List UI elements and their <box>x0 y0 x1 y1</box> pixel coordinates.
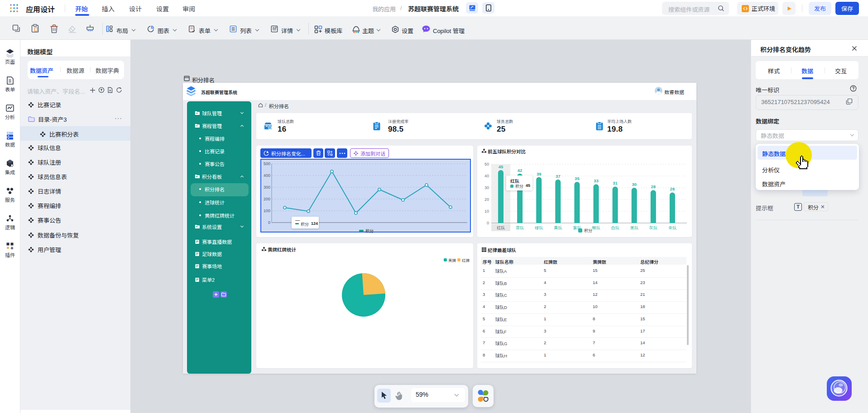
svg-text:30: 30 <box>632 182 637 187</box>
svg-text:26: 26 <box>670 186 675 191</box>
svg-text:0: 0 <box>487 221 489 225</box>
svg-text:10: 10 <box>484 209 489 214</box>
svg-text:30: 30 <box>484 185 489 190</box>
svg-text:黄队: 黄队 <box>554 226 562 230</box>
svg-text:金队: 金队 <box>668 226 677 230</box>
svg-text:50: 50 <box>484 162 489 166</box>
svg-text:0: 0 <box>268 220 270 225</box>
svg-text:橙队: 橙队 <box>592 226 600 230</box>
svg-text:500: 500 <box>264 161 270 166</box>
svg-text:蓝队: 蓝队 <box>516 226 524 230</box>
svg-text:33: 33 <box>594 178 599 183</box>
svg-text:绿队: 绿队 <box>535 226 543 230</box>
svg-text:400: 400 <box>264 173 270 178</box>
svg-text:灰队: 灰队 <box>649 226 658 230</box>
svg-text:35: 35 <box>575 176 580 181</box>
svg-text:45: 45 <box>499 164 504 169</box>
svg-text:31: 31 <box>613 180 618 185</box>
svg-text:100: 100 <box>264 209 270 213</box>
svg-text:40: 40 <box>484 174 489 178</box>
svg-text:黑队: 黑队 <box>630 226 639 230</box>
svg-text:红队: 红队 <box>497 226 505 230</box>
svg-text:39: 39 <box>537 171 542 176</box>
svg-text:200: 200 <box>264 197 270 201</box>
svg-text:42: 42 <box>518 168 523 173</box>
svg-text:28: 28 <box>651 184 656 189</box>
svg-text:300: 300 <box>264 185 270 190</box>
svg-text:20: 20 <box>484 197 489 202</box>
svg-text:37: 37 <box>556 174 561 179</box>
svg-text:白队: 白队 <box>611 226 620 230</box>
